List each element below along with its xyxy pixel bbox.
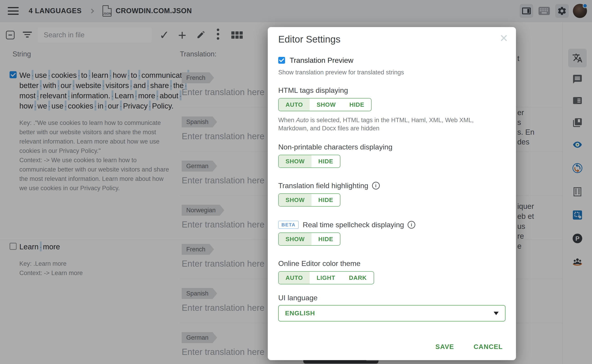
save-button[interactable]: SAVE (435, 343, 454, 351)
cancel-button[interactable]: CANCEL (474, 343, 503, 351)
modal-title: Editor Settings (278, 34, 506, 45)
editor-settings-modal: Editor Settings ✕ Translation Preview Sh… (268, 27, 516, 360)
spellcheck-heading: BETA Real time spellcheck displaying i (278, 221, 506, 229)
html-tags-description: When Auto is selected, HTML tags in the … (278, 116, 497, 132)
nonprintable-heading: Non-printable characters displaying (278, 143, 506, 151)
segment-option-show[interactable]: SHOW (279, 233, 312, 245)
translation-preview-label: Translation Preview (290, 56, 353, 65)
segment-option-auto[interactable]: AUTO (279, 272, 310, 284)
segment-option-light[interactable]: LIGHT (310, 272, 342, 284)
highlighting-toggle: SHOWHIDE (278, 193, 340, 207)
segment-option-hide[interactable]: HIDE (312, 194, 340, 206)
segment-option-show[interactable]: SHOW (310, 98, 342, 111)
color-theme-toggle: AUTOLIGHTDARK (278, 271, 374, 284)
ui-language-heading: UI language (278, 294, 506, 302)
spellcheck-toggle: SHOWHIDE (278, 233, 340, 246)
ui-language-select[interactable]: ENGLISH (278, 305, 506, 321)
ui-language-value: ENGLISH (285, 310, 315, 317)
info-icon[interactable]: i (372, 182, 380, 189)
html-tags-heading: HTML tags displaying (278, 86, 506, 94)
segment-option-hide[interactable]: HIDE (312, 155, 340, 168)
beta-badge: BETA (278, 221, 299, 229)
chevron-down-icon (494, 312, 499, 315)
translation-preview-description: Show translation preview for translated … (278, 69, 506, 76)
highlighting-heading: Translation field highlighting i (278, 182, 506, 190)
segment-option-dark[interactable]: DARK (342, 272, 373, 284)
close-icon[interactable]: ✕ (499, 33, 508, 43)
segment-option-show[interactable]: SHOW (279, 155, 312, 168)
segment-option-show[interactable]: SHOW (279, 194, 312, 206)
translation-preview-checkbox[interactable] (278, 57, 285, 64)
segment-option-hide[interactable]: HIDE (312, 233, 340, 245)
segment-option-auto[interactable]: AUTO (279, 98, 310, 111)
html-tags-toggle: AUTOSHOWHIDE (278, 98, 372, 111)
color-theme-heading: Online Editor color theme (278, 259, 506, 267)
translation-preview-row[interactable]: Translation Preview (278, 56, 506, 64)
info-icon[interactable]: i (408, 221, 415, 229)
nonprintable-toggle: SHOWHIDE (278, 155, 340, 168)
segment-option-hide[interactable]: HIDE (342, 98, 371, 111)
